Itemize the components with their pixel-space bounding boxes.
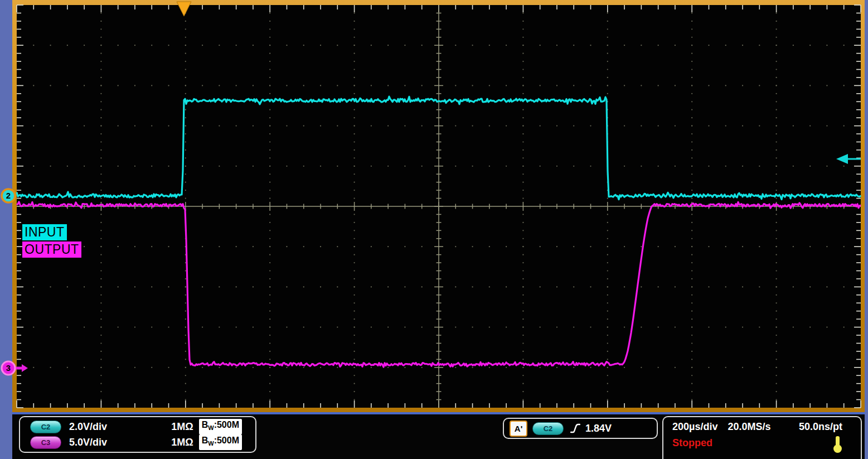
trigger-source-badge[interactable]: C2 bbox=[532, 422, 564, 435]
timebase-row: 200µs/div 20.0MS/s 50.0ns/pt bbox=[663, 421, 861, 433]
channel-badge-c2[interactable]: C2 bbox=[30, 421, 61, 433]
rising-edge-icon bbox=[570, 423, 580, 434]
output-trace-label: OUTPUT bbox=[22, 241, 81, 258]
c2-bandwidth-badge[interactable]: BW:500M bbox=[199, 419, 242, 434]
channel-settings-panel[interactable]: C2 2.0V/div 1MΩ BW:500M C3 5.0V/div 1MΩ … bbox=[19, 416, 256, 453]
resolution-value: 50.0ns/pt bbox=[799, 421, 842, 433]
trigger-mode-badge[interactable]: A' bbox=[510, 421, 527, 437]
c3-bandwidth-badge[interactable]: BW:500M bbox=[199, 434, 242, 450]
c2-bw-b: B bbox=[202, 420, 208, 429]
channel-row-c2: C2 2.0V/div 1MΩ BW:500M bbox=[20, 419, 255, 434]
c2-scale: 2.0V/div bbox=[69, 421, 107, 433]
input-trace-label: INPUT bbox=[22, 224, 67, 240]
c3-bw-sub: W bbox=[208, 441, 214, 447]
status-row: Stopped bbox=[663, 437, 861, 449]
trigger-level-value: 1.84V bbox=[585, 423, 612, 434]
ch2-marker-label: 2 bbox=[6, 191, 11, 200]
c2-bw-sub: W bbox=[208, 425, 214, 432]
acquisition-status: Stopped bbox=[672, 437, 712, 449]
timebase-value: 200µs/div bbox=[672, 421, 717, 433]
reference-arrow[interactable] bbox=[836, 154, 848, 164]
c3-scale: 5.0V/div bbox=[69, 437, 107, 448]
trigger-panel[interactable]: A' C2 1.84V bbox=[503, 418, 658, 439]
channel-badge-c3[interactable]: C3 bbox=[30, 436, 61, 449]
c3-impedance: 1MΩ bbox=[171, 437, 193, 448]
horizontal-panel[interactable]: 200µs/div 20.0MS/s 50.0ns/pt Stopped bbox=[662, 416, 862, 459]
ch3-marker-arrow bbox=[22, 364, 28, 372]
trigger-position-marker[interactable] bbox=[177, 2, 191, 16]
sample-rate-value: 20.0MS/s bbox=[728, 421, 770, 433]
c3-bw-rest: :500M bbox=[214, 436, 239, 445]
c2-bw-rest: :500M bbox=[214, 420, 239, 429]
channel-row-c3: C3 5.0V/div 1MΩ BW:500M bbox=[20, 434, 255, 450]
separator-line bbox=[12, 412, 865, 414]
thermometer-icon bbox=[833, 436, 842, 453]
scope-canvas: 23 bbox=[0, 0, 868, 412]
c3-bw-b: B bbox=[202, 436, 208, 445]
c2-impedance: 1MΩ bbox=[171, 421, 193, 433]
ch3-marker-label: 3 bbox=[6, 363, 11, 373]
oscilloscope-screen: 23 INPUT OUTPUT C2 2.0V/div 1MΩ BW:500M … bbox=[0, 0, 868, 459]
